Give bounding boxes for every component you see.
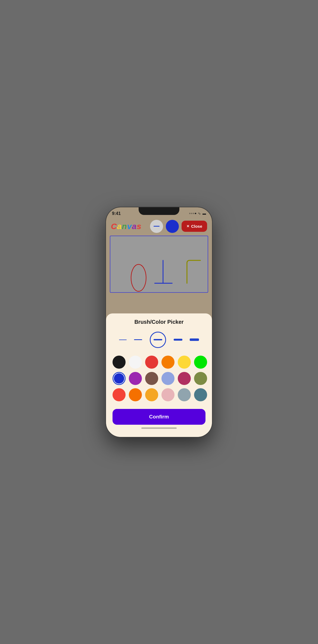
brush-size-row: [113, 332, 205, 348]
color-swatch-steel[interactable]: [178, 388, 191, 401]
minus-button[interactable]: [150, 220, 163, 233]
color-swatch-green[interactable]: [194, 356, 207, 369]
notch: [139, 207, 179, 215]
phone-screen: 9:41 ∿ ▬ Canvas Close: [106, 207, 212, 437]
brush-size-lg[interactable]: [174, 339, 182, 341]
wifi-icon: ∿: [198, 211, 201, 215]
color-grid: [113, 356, 205, 401]
brush-line-sm: [134, 339, 142, 340]
app-header: Canvas Close: [106, 218, 212, 236]
close-button[interactable]: Close: [182, 221, 207, 232]
color-swatch-amber[interactable]: [145, 388, 158, 401]
battery-icon: ▬: [202, 211, 206, 215]
color-swatch-lavender[interactable]: [161, 372, 174, 385]
canvas-area[interactable]: [110, 236, 208, 293]
color-swatch-olive[interactable]: [194, 372, 207, 385]
home-indicator: [141, 427, 177, 429]
brush-line-xl: [190, 338, 199, 341]
color-swatch-teal[interactable]: [194, 388, 207, 401]
brush-size-sm[interactable]: [134, 339, 142, 340]
status-icons: ∿ ▬: [189, 211, 206, 215]
current-color-dot[interactable]: [166, 220, 179, 233]
color-swatch-pink[interactable]: [161, 388, 174, 401]
brush-line-xs: [119, 340, 127, 340]
svg-point-0: [131, 264, 146, 291]
color-swatch-coral[interactable]: [113, 388, 126, 401]
picker-title: Brush/Color Picker: [113, 319, 205, 325]
color-swatch-yellow[interactable]: [178, 356, 191, 369]
color-swatch-blue[interactable]: [113, 372, 126, 385]
color-swatch-brown[interactable]: [145, 372, 158, 385]
confirm-button[interactable]: Confirm: [113, 409, 205, 425]
status-time: 9:41: [112, 211, 121, 216]
brush-size-xl[interactable]: [190, 338, 199, 341]
brush-line-lg: [174, 339, 182, 341]
signal-icon: [189, 213, 196, 214]
brush-line-md: [154, 339, 162, 340]
color-swatch-purple[interactable]: [129, 372, 142, 385]
color-swatch-black[interactable]: [113, 356, 126, 369]
phone-frame: 9:41 ∿ ▬ Canvas Close: [106, 207, 212, 437]
brush-size-xs[interactable]: [119, 340, 127, 340]
header-controls: Close: [150, 220, 207, 233]
color-swatch-red[interactable]: [145, 356, 158, 369]
color-swatch-white[interactable]: [129, 356, 142, 369]
brush-size-md[interactable]: [150, 332, 166, 348]
color-picker-sheet: Brush/Color Picker: [106, 313, 212, 437]
canvas-svg: [110, 236, 208, 293]
color-swatch-orange[interactable]: [161, 356, 174, 369]
color-swatch-darkorange[interactable]: [129, 388, 142, 401]
app-title: Canvas: [111, 222, 142, 231]
color-swatch-crimson[interactable]: [178, 372, 191, 385]
